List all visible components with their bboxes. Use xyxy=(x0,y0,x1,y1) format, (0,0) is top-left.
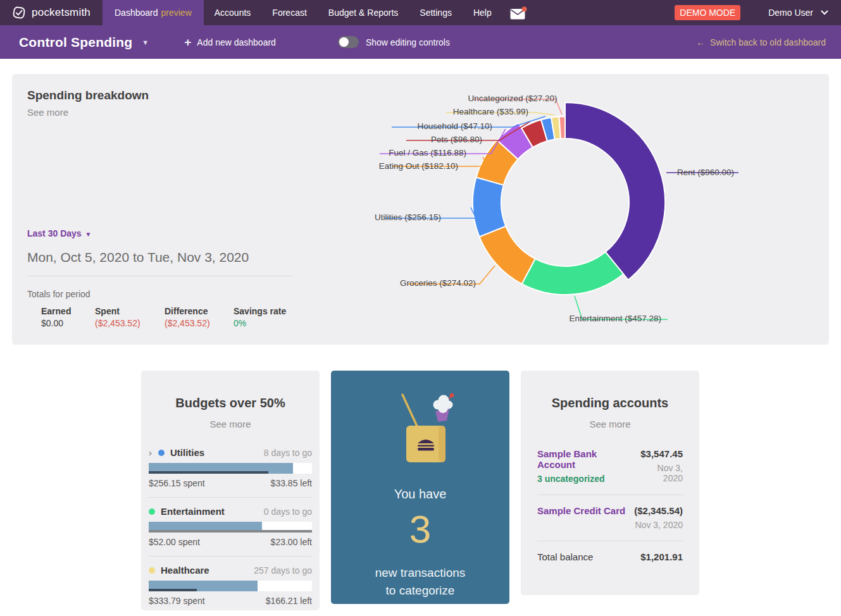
dashboard-title: Control Spending xyxy=(19,35,132,50)
add-new-dashboard-button[interactable]: + Add new dashboard xyxy=(184,35,276,49)
tab-budget-reports[interactable]: Budget & Reports xyxy=(318,0,409,25)
days-to-go: 0 days to go xyxy=(264,507,312,517)
spending-donut-chart[interactable]: Rent ($960.00)Entertainment ($457.28)Gro… xyxy=(12,74,829,345)
account-date: Nov 3, 2020 xyxy=(634,520,683,530)
tab-dashboard-preview-badge: preview xyxy=(161,8,192,18)
plus-icon: + xyxy=(184,35,191,49)
divider xyxy=(537,541,683,541)
divider xyxy=(537,495,683,495)
pocketsmith-shield-icon xyxy=(12,4,26,21)
account-name-link[interactable]: Sample Credit Card xyxy=(537,505,625,516)
tab-dashboard[interactable]: Dashboardpreview xyxy=(103,0,204,25)
inbox-caption: new transactions to categorize xyxy=(331,564,509,599)
notification-dot xyxy=(521,6,526,11)
budget-row-entertainment: Entertainment 0 days to go $52.00 spent … xyxy=(149,506,312,547)
budget-progress-bar xyxy=(149,581,312,591)
dashboard-toolbar: Control Spending ▼ + Add new dashboard S… xyxy=(0,25,841,59)
days-to-go: 257 days to go xyxy=(254,565,312,576)
budget-row-utilities: › Utilities 8 days to go $256.15 spent $… xyxy=(149,447,312,488)
budgets-card: Budgets over 50% See more › Utilities 8 … xyxy=(141,371,320,610)
donut-slice-groceries[interactable] xyxy=(479,226,535,284)
category-dot xyxy=(149,567,155,574)
total-balance-row: Total balance $1,201.91 xyxy=(537,551,683,562)
donut-label: Rent ($960.00) xyxy=(677,168,734,177)
budget-row-healthcare: Healthcare 257 days to go $333.79 spent … xyxy=(149,565,312,606)
account-name-link[interactable]: Sample Bank Account xyxy=(537,448,636,470)
switch-old-dashboard-link[interactable]: ← Switch back to old dashboard xyxy=(696,37,826,47)
budget-time-marker xyxy=(149,471,268,474)
donut-label: Entertainment ($457.28) xyxy=(569,314,661,323)
divider xyxy=(149,497,312,498)
donut-slice-uncategorized[interactable] xyxy=(559,116,565,139)
divider xyxy=(149,556,312,557)
donut-slice-rent[interactable] xyxy=(565,102,665,280)
tab-accounts[interactable]: Accounts xyxy=(204,0,262,25)
new-transactions-card[interactable]: You have 3 new transactions to categoriz… xyxy=(331,371,509,604)
account-row-bank: Sample Bank Account 3 uncategorized $3,5… xyxy=(537,448,683,484)
accounts-see-more-link[interactable]: See more xyxy=(537,419,683,429)
donut-label: Utilities ($256.15) xyxy=(375,213,441,222)
total-balance-value: $1,201.91 xyxy=(640,551,683,562)
budget-name[interactable]: Healthcare xyxy=(161,565,209,576)
account-row-credit-card: Sample Credit Card ($2,345.54) Nov 3, 20… xyxy=(537,505,683,530)
tab-settings[interactable]: Settings xyxy=(409,0,463,25)
budget-spent: $333.79 spent xyxy=(149,596,205,606)
toggle-knob xyxy=(339,37,349,47)
donut-label: Household ($47.10) xyxy=(417,121,492,131)
dashboard-selector-caret-icon[interactable]: ▼ xyxy=(142,39,149,46)
tab-help[interactable]: Help xyxy=(463,0,502,25)
chevron-down-icon xyxy=(821,10,828,15)
uncategorized-link[interactable]: 3 uncategorized xyxy=(537,474,636,484)
switch-old-dashboard-label: Switch back to old dashboard xyxy=(710,37,826,47)
inbox-line3: to categorize xyxy=(331,582,509,600)
add-new-dashboard-label: Add new dashboard xyxy=(197,37,276,47)
budget-progress-bar xyxy=(149,522,312,533)
donut-slice-entertainment[interactable] xyxy=(522,252,624,295)
back-arrow-icon: ← xyxy=(696,37,705,47)
donut-label: Groceries ($274.02) xyxy=(400,278,476,288)
show-editing-controls-label: Show editing controls xyxy=(366,37,450,47)
new-transactions-count: 3 xyxy=(331,507,509,551)
budgets-title: Budgets over 50% xyxy=(149,396,312,410)
donut-label: Pets ($96.80) xyxy=(431,135,482,144)
category-dot xyxy=(158,450,165,456)
category-dot xyxy=(149,508,155,515)
demo-mode-badge: DEMO MODE xyxy=(675,5,740,20)
donut-label: Fuel / Gas ($116.88) xyxy=(389,148,466,157)
budget-progress-bar xyxy=(149,463,312,474)
spending-accounts-card: Spending accounts See more Sample Bank A… xyxy=(521,371,699,595)
budget-spent: $52.00 spent xyxy=(149,537,200,547)
donut-label: Healthcare ($35.99) xyxy=(453,107,528,116)
spending-breakdown-card: Spending breakdown See more Last 30 Days… xyxy=(12,74,829,345)
inbox-line1: You have xyxy=(331,487,509,502)
budgets-see-more-link[interactable]: See more xyxy=(149,419,312,429)
top-nav: pocketsmith Dashboardpreview Accounts Fo… xyxy=(0,0,841,25)
budget-left: $166.21 left xyxy=(266,596,312,606)
show-editing-controls-toggle[interactable] xyxy=(338,36,359,48)
notifications-mail-button[interactable] xyxy=(510,6,527,20)
days-to-go: 8 days to go xyxy=(264,448,312,458)
donut-label: Uncategorized ($27.20) xyxy=(468,94,557,103)
account-date: Nov 3, 2020 xyxy=(636,463,683,483)
user-menu[interactable]: Demo User xyxy=(768,8,828,18)
total-balance-label: Total balance xyxy=(537,551,593,562)
account-balance: $3,547.45 xyxy=(636,448,683,459)
mail-icon xyxy=(510,6,527,20)
tab-forecast[interactable]: Forecast xyxy=(261,0,317,25)
donut-slice-utilities[interactable] xyxy=(473,177,506,237)
account-balance: ($2,345.54) xyxy=(634,505,683,516)
budget-name[interactable]: Entertainment xyxy=(161,506,225,517)
pocketsmith-logo[interactable]: pocketsmith xyxy=(0,4,103,21)
tab-dashboard-label: Dashboard xyxy=(115,8,158,18)
user-name: Demo User xyxy=(768,8,813,18)
budget-spent: $256.15 spent xyxy=(149,478,205,488)
inbox-line2: new transactions xyxy=(331,564,509,582)
takeout-dessert-illustration-icon xyxy=(373,391,468,468)
chevron-right-icon[interactable]: › xyxy=(149,447,152,458)
accounts-title: Spending accounts xyxy=(537,396,683,410)
brand-name: pocketsmith xyxy=(32,6,90,19)
donut-label: Eating Out ($182.10) xyxy=(379,161,458,171)
budget-name[interactable]: Utilities xyxy=(170,447,204,458)
budget-left: $33.85 left xyxy=(271,478,312,488)
budget-time-marker xyxy=(149,530,312,533)
